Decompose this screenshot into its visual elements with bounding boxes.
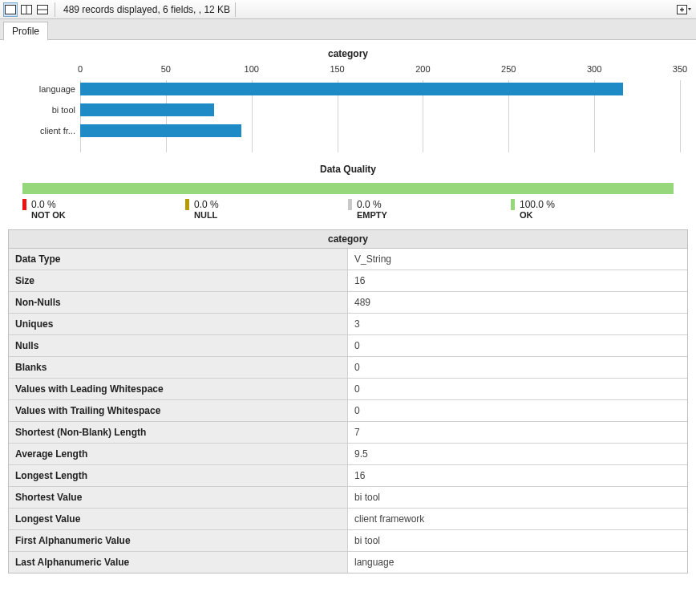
table-row: Shortest (Non-Blank) Length7	[9, 421, 687, 443]
table-row: Shortest Valuebi tool	[9, 486, 687, 508]
chart-bars: languagebi toolclient fr...	[80, 80, 680, 152]
detail-label: Uniques	[9, 314, 348, 334]
detail-value: 0	[348, 400, 687, 421]
svg-rect-0	[6, 5, 16, 14]
dq-metric-notok: 0.0 %NOT OK	[22, 199, 185, 220]
dq-metric-null: 0.0 %NULL	[185, 199, 348, 220]
dq-metric-empty: 0.0 %EMPTY	[348, 199, 511, 220]
category-bar-chart: category 050100150200250300350 languageb…	[8, 48, 688, 152]
detail-label: Blanks	[9, 357, 348, 378]
view-split-horiz-icon[interactable]	[35, 2, 50, 17]
detail-value: bi tool	[348, 530, 687, 551]
dq-label: NOT OK	[31, 210, 66, 220]
dq-label: EMPTY	[357, 210, 387, 220]
bar-label: bi tool	[10, 105, 80, 115]
data-quality-section: Data Quality 0.0 %NOT OK0.0 %NULL0.0 %EM…	[8, 164, 688, 220]
x-tick: 300	[587, 64, 601, 74]
bar-row: language	[80, 80, 680, 98]
detail-label: Data Type	[9, 249, 348, 270]
table-row: Longest Length16	[9, 464, 687, 486]
table-row: Values with Leading Whitespace0	[9, 378, 687, 399]
dq-metric-ok: 100.0 %OK	[511, 199, 674, 220]
table-row: Blanks0	[9, 356, 687, 378]
bar	[80, 83, 623, 95]
dq-pct: 0.0 %	[31, 199, 66, 210]
detail-value: client framework	[348, 509, 687, 529]
data-quality-legend: 0.0 %NOT OK0.0 %NULL0.0 %EMPTY100.0 %OK	[22, 199, 674, 220]
detail-label: Shortest Value	[9, 487, 348, 508]
table-row: Longest Valueclient framework	[9, 508, 687, 529]
view-split-vert-icon[interactable]	[19, 2, 34, 17]
details-header: category	[9, 230, 687, 249]
table-row: Data TypeV_String	[9, 249, 687, 270]
table-row: Size16	[9, 270, 687, 291]
data-quality-strip	[22, 183, 674, 194]
data-quality-title: Data Quality	[8, 164, 688, 175]
table-row: Values with Trailing Whitespace0	[9, 399, 687, 421]
chart-title: category	[8, 48, 688, 59]
detail-value: 3	[348, 314, 687, 334]
dq-swatch-icon	[22, 199, 26, 210]
bar-label: language	[10, 84, 80, 94]
dq-pct: 0.0 %	[194, 199, 219, 210]
chart-x-axis: 050100150200250300350	[80, 64, 680, 80]
detail-value: 0	[348, 335, 687, 356]
x-tick: 350	[673, 64, 687, 74]
dq-pct: 100.0 %	[520, 199, 555, 210]
profile-panel: category 050100150200250300350 languageb…	[0, 40, 696, 590]
bar-row: client fr...	[80, 122, 680, 140]
chart-plot-area: 050100150200250300350 languagebi toolcli…	[80, 64, 680, 152]
x-tick: 0	[78, 64, 83, 74]
detail-label: First Alphanumeric Value	[9, 530, 348, 551]
dq-label: OK	[520, 210, 555, 220]
detail-label: Non-Nulls	[9, 292, 348, 313]
detail-value: 0	[348, 357, 687, 378]
table-row: Non-Nulls489	[9, 291, 687, 313]
detail-value: V_String	[348, 249, 687, 270]
add-panel-button[interactable]	[675, 2, 693, 17]
detail-label: Values with Trailing Whitespace	[9, 400, 348, 421]
detail-value: 7	[348, 422, 687, 443]
bar	[80, 103, 214, 116]
x-tick: 200	[415, 64, 430, 74]
tabstrip: Profile	[0, 19, 696, 40]
details-table: category Data TypeV_StringSize16Non-Null…	[8, 229, 688, 573]
detail-label: Longest Length	[9, 465, 348, 486]
toolbar-separator	[55, 2, 55, 17]
x-tick: 150	[330, 64, 344, 74]
detail-value: language	[348, 552, 687, 573]
tab-profile[interactable]: Profile	[3, 22, 48, 40]
x-tick: 50	[161, 64, 171, 74]
dq-label: NULL	[194, 210, 219, 220]
view-single-icon[interactable]	[3, 2, 18, 17]
table-row: First Alphanumeric Valuebi tool	[9, 529, 687, 551]
detail-value: 16	[348, 270, 687, 291]
detail-value: 9.5	[348, 444, 687, 464]
table-row: Nulls0	[9, 334, 687, 356]
detail-label: Shortest (Non-Blank) Length	[9, 422, 348, 443]
status-text: 489 records displayed, 6 fields, , 12 KB	[60, 4, 230, 15]
x-tick: 100	[245, 64, 259, 74]
dq-swatch-icon	[348, 199, 352, 210]
dq-pct: 0.0 %	[357, 199, 387, 210]
detail-value: bi tool	[348, 487, 687, 508]
detail-value: 489	[348, 292, 687, 313]
x-tick: 250	[501, 64, 516, 74]
details-rows: Data TypeV_StringSize16Non-Nulls489Uniqu…	[9, 249, 687, 573]
toolbar-separator	[235, 2, 236, 17]
detail-label: Longest Value	[9, 509, 348, 529]
detail-value: 16	[348, 465, 687, 486]
table-row: Uniques3	[9, 313, 687, 334]
grid-line	[680, 80, 681, 152]
dq-swatch-icon	[185, 199, 189, 210]
detail-label: Average Length	[9, 444, 348, 464]
detail-label: Nulls	[9, 335, 348, 356]
detail-label: Values with Leading Whitespace	[9, 379, 348, 399]
detail-value: 0	[348, 379, 687, 399]
bar-label: client fr...	[10, 126, 80, 136]
table-row: Average Length9.5	[9, 443, 687, 464]
dq-swatch-icon	[511, 199, 515, 210]
detail-label: Last Alphanumeric Value	[9, 552, 348, 573]
table-row: Last Alphanumeric Valuelanguage	[9, 551, 687, 573]
toolbar: 489 records displayed, 6 fields, , 12 KB	[0, 0, 696, 19]
